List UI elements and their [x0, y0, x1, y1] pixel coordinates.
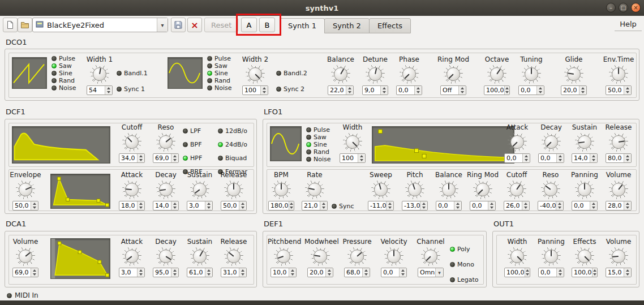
spin-arrows-icon[interactable]: [325, 268, 333, 277]
detune-spinbox[interactable]: 9,0: [362, 85, 388, 95]
decay-spinbox[interactable]: 0,0: [538, 153, 564, 163]
radio-rand[interactable]: Rand: [51, 77, 76, 84]
effects-spinbox[interactable]: 100,0: [572, 268, 598, 277]
lfo-width-knob[interactable]: [343, 132, 362, 152]
dcf1-filter-display[interactable]: [12, 126, 110, 164]
spin-arrows-icon[interactable]: [386, 201, 393, 210]
titlebar[interactable]: synthv1 – □ ×: [0, 0, 644, 16]
decay-spinbox[interactable]: 14,0: [153, 201, 179, 211]
ringmod-knob[interactable]: [473, 180, 492, 199]
volume-spinbox[interactable]: 15,0: [606, 268, 632, 277]
pitch-knob[interactable]: [405, 180, 424, 199]
reso-knob[interactable]: [156, 132, 175, 152]
spin-arrows-icon[interactable]: [556, 268, 564, 277]
radio-rand[interactable]: Rand: [306, 148, 331, 156]
radio-saw[interactable]: Saw: [51, 62, 76, 70]
channel-combobox[interactable]: Omn▾: [418, 268, 444, 277]
rate-spinbox[interactable]: 21,0: [302, 201, 328, 211]
radio-noise[interactable]: Noise: [207, 84, 232, 92]
reset-button[interactable]: Reset: [204, 18, 238, 32]
spin-arrows-icon[interactable]: [362, 268, 370, 277]
sustain-spinbox[interactable]: 14,0: [572, 153, 598, 163]
spin-arrows-icon[interactable]: [320, 201, 327, 210]
release-spinbox[interactable]: 31,0: [221, 268, 247, 277]
ringmod-spinbox[interactable]: 0,0: [470, 201, 496, 211]
cutoff-spinbox[interactable]: 26,0: [504, 201, 530, 211]
phase-knob[interactable]: [400, 65, 419, 84]
compare-a-button[interactable]: A: [241, 18, 257, 32]
spin-arrows-icon[interactable]: [525, 268, 530, 277]
decay-knob[interactable]: [156, 180, 175, 199]
lfo1-sync-radio[interactable]: Sync: [332, 203, 354, 210]
spin-arrows-icon[interactable]: [592, 268, 598, 277]
radio-biquad[interactable]: Biquad: [218, 151, 247, 165]
width-spinbox[interactable]: 100,0: [504, 268, 530, 277]
balance-knob[interactable]: [439, 180, 458, 199]
spin-arrows-icon[interactable]: [522, 154, 530, 162]
balance-spinbox[interactable]: 22,0: [328, 85, 354, 95]
detune-knob[interactable]: [366, 65, 385, 84]
radio-24db[interactable]: 24dB/o: [218, 138, 247, 151]
spin-arrows-icon[interactable]: [205, 201, 212, 210]
spin-arrows-icon[interactable]: [420, 201, 427, 210]
dca1-envelope-display[interactable]: [50, 238, 110, 279]
width-knob[interactable]: [508, 247, 527, 266]
velocity-knob[interactable]: [384, 247, 403, 266]
radio-sine[interactable]: Sine: [207, 70, 232, 77]
radio-rand[interactable]: Rand: [207, 77, 232, 84]
decay-knob[interactable]: [542, 132, 561, 152]
decay-spinbox[interactable]: 95,0: [153, 268, 179, 277]
spin-arrows-icon[interactable]: [358, 154, 365, 162]
width2-knob[interactable]: [246, 65, 265, 84]
open-preset-button[interactable]: [18, 18, 32, 32]
rate-knob[interactable]: [305, 180, 324, 199]
attack-knob[interactable]: [508, 132, 527, 152]
spin-arrows-icon[interactable]: [289, 201, 294, 210]
glide-knob[interactable]: [564, 65, 583, 84]
lfo-width-spinbox[interactable]: 100: [340, 153, 366, 163]
octave-knob[interactable]: [487, 65, 506, 84]
radio-saw[interactable]: Saw: [207, 62, 232, 70]
panning-spinbox[interactable]: 0,0: [572, 201, 598, 211]
width1-spinbox[interactable]: 54: [87, 85, 113, 95]
spin-arrows-icon[interactable]: [624, 201, 631, 210]
glide-spinbox[interactable]: 20,0: [561, 85, 587, 95]
radio-poly[interactable]: Poly: [450, 242, 478, 257]
spin-arrows-icon[interactable]: [171, 154, 178, 162]
attack-knob[interactable]: [122, 180, 141, 199]
lfo1-wave-display[interactable]: [270, 126, 302, 161]
volume-spinbox[interactable]: 69,0: [12, 268, 38, 277]
maximize-button[interactable]: □: [619, 3, 628, 12]
tab-synth1[interactable]: Synth 1: [280, 18, 325, 33]
radio-noise[interactable]: Noise: [306, 156, 331, 163]
sustain-knob[interactable]: [575, 132, 594, 152]
attack-spinbox[interactable]: 0,0: [504, 153, 530, 163]
cutoff-knob[interactable]: [122, 132, 141, 152]
dco1-sync1-radio[interactable]: Sync 1: [117, 85, 145, 93]
volume-knob[interactable]: [609, 180, 628, 199]
spin-arrows-icon[interactable]: [137, 154, 144, 162]
pitchbend-spinbox[interactable]: 10,0: [271, 268, 297, 277]
ringmod-spinbox[interactable]: Off: [440, 85, 466, 95]
decay-knob[interactable]: [156, 247, 175, 266]
spin-arrows-icon[interactable]: [556, 154, 564, 162]
reso-spinbox[interactable]: -40,0: [538, 201, 564, 211]
radio-12db[interactable]: 12dB/o: [218, 124, 247, 138]
spin-arrows-icon[interactable]: [239, 268, 246, 277]
spin-arrows-icon[interactable]: [624, 268, 631, 277]
release-knob[interactable]: [224, 247, 243, 266]
pitch-spinbox[interactable]: -13,0: [402, 201, 428, 211]
spin-arrows-icon[interactable]: [454, 201, 461, 210]
modwheel-knob[interactable]: [311, 247, 330, 266]
release-spinbox[interactable]: 50,0: [221, 201, 247, 211]
sustain-knob[interactable]: [190, 247, 209, 266]
pressure-spinbox[interactable]: 68,0: [344, 268, 370, 277]
spin-arrows-icon[interactable]: [458, 86, 466, 94]
tab-synth2[interactable]: Synth 2: [324, 18, 370, 33]
phase-spinbox[interactable]: 0,0: [396, 85, 422, 95]
spin-arrows-icon[interactable]: [171, 268, 178, 277]
cutoff-spinbox[interactable]: 34,0: [119, 153, 145, 163]
reso-spinbox[interactable]: 69,0: [153, 153, 179, 163]
radio-pulse[interactable]: Pulse: [51, 55, 76, 62]
spin-arrows-icon[interactable]: [399, 268, 406, 277]
